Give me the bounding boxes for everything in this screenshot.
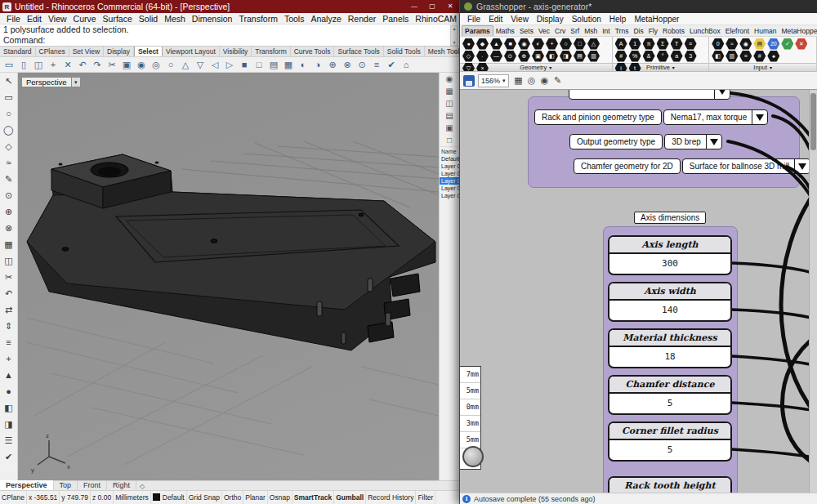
grasshopper-canvas[interactable]: Rack and pinion geometry type Nema17, ma…	[460, 90, 817, 493]
toolbar-icon[interactable]: ⊕	[325, 60, 340, 70]
component-icon[interactable]: %	[629, 51, 641, 62]
viewport-title[interactable]: Perspective	[21, 77, 72, 87]
slider-value[interactable]: 140	[609, 301, 730, 320]
value-list-dropdown[interactable]: Surface for ballnose 3D mill	[682, 158, 810, 174]
menu-item[interactable]: Dimension	[189, 14, 236, 24]
component-icon[interactable]: ◧	[546, 51, 558, 62]
category-tab[interactable]: Int	[600, 26, 612, 36]
maximize-icon[interactable]: ▢	[423, 0, 441, 13]
menu-item[interactable]: Transform	[235, 14, 280, 24]
toolbar-icon[interactable]: ◎	[149, 60, 163, 70]
tool-icon[interactable]: ☰	[5, 432, 13, 448]
component-icon[interactable]: ◐	[532, 38, 544, 50]
slider-value[interactable]: 5	[609, 394, 730, 413]
category-tab[interactable]: Sets	[517, 26, 536, 36]
toolbar-icon[interactable]: ✔	[384, 60, 399, 70]
component-icon[interactable]: ◉	[739, 38, 752, 50]
dropdown-arrow[interactable]	[714, 90, 730, 99]
toolbar-tab[interactable]: Curve Tools	[291, 47, 335, 56]
component-icon[interactable]: —	[490, 51, 502, 62]
category-tab[interactable]: Robots	[660, 26, 687, 36]
layer-row[interactable]: Layer 0	[440, 163, 459, 170]
toolbar-icon[interactable]: ≡	[369, 60, 384, 69]
component-icon[interactable]: T	[671, 38, 683, 50]
toolbar-icon[interactable]: ○	[163, 60, 178, 69]
rhino-titlebar[interactable]: R Untitled - Rhinoceros Commercial (64-b…	[0, 0, 459, 13]
canvas-scrollbar[interactable]	[809, 90, 817, 493]
panel-icon[interactable]: ◉	[440, 73, 459, 85]
menu-item[interactable]: Solid	[136, 14, 161, 24]
tool-icon[interactable]: ▦	[4, 236, 12, 252]
component-icon[interactable]: #	[615, 51, 627, 62]
viewport-title-chip[interactable]: Perspective ▾	[21, 77, 81, 87]
tool-icon[interactable]: ▲	[4, 367, 13, 383]
toolbar-icon[interactable]: ◑	[310, 60, 325, 69]
status-item[interactable]: SmartTrack	[292, 491, 334, 504]
layer-row[interactable]: Layer 0	[440, 185, 459, 192]
menu-item[interactable]: MetaHopper	[630, 15, 683, 24]
zoom-dropdown[interactable]: 156% ▾	[478, 74, 509, 87]
toolbar-icon[interactable]: ✎	[551, 75, 565, 86]
save-icon[interactable]	[463, 75, 475, 87]
category-tab[interactable]: Maths	[493, 26, 517, 36]
toolbar-icon[interactable]: ◎	[525, 75, 538, 86]
toolbar-icon[interactable]: ▷	[222, 60, 237, 70]
group-expand-icon[interactable]: ▾	[672, 65, 675, 70]
category-tab[interactable]: Trns	[613, 26, 632, 36]
component-icon[interactable]: △	[587, 38, 600, 50]
component-icon[interactable]: ⊕	[518, 51, 530, 62]
tool-icon[interactable]: ✂	[5, 269, 12, 285]
component-icon[interactable]: ◧	[712, 51, 724, 62]
dropdown-arrow[interactable]	[706, 135, 721, 149]
toolbar-icon[interactable]: ▦	[281, 60, 296, 70]
component-icon[interactable]: ◉	[518, 38, 530, 50]
category-tab[interactable]: Srf	[568, 26, 582, 36]
menu-item[interactable]: View	[45, 14, 70, 24]
component-icon[interactable]: π	[643, 38, 655, 50]
tool-icon[interactable]: ⇄	[5, 301, 12, 318]
tool-icon[interactable]: ▭	[4, 89, 12, 105]
number-slider[interactable]: Corner fillet radius 5	[608, 421, 732, 462]
tool-icon[interactable]: ◨	[4, 416, 12, 432]
menu-item[interactable]: File	[3, 14, 24, 24]
toolbar-icon[interactable]: ⌂	[399, 60, 413, 69]
tabs-overflow-icon[interactable]: »	[453, 47, 458, 56]
tool-icon[interactable]: ✔	[5, 448, 12, 465]
tool-icon[interactable]: ⊗	[5, 220, 12, 236]
group-title[interactable]: Axis dimensions	[634, 212, 706, 224]
status-item[interactable]: Filter	[416, 491, 435, 504]
viewport-tab[interactable]: Top	[54, 480, 78, 490]
toolbar-icon[interactable]: ▽	[193, 60, 208, 70]
component-icon[interactable]: ●	[462, 38, 475, 50]
category-tab[interactable]: Params	[462, 25, 493, 37]
toolbar-icon[interactable]: ◉	[538, 75, 551, 86]
component-icon[interactable]: 3	[685, 51, 697, 62]
toolbar-icon[interactable]: ◉	[134, 60, 149, 70]
toolbar-icon[interactable]: ⊗	[340, 60, 355, 70]
status-item[interactable]: Planar	[243, 491, 268, 504]
viewport-tab[interactable]: Right	[107, 480, 136, 490]
rhino-command-area[interactable]: 1 polysurface added to selection. Comman…	[0, 25, 459, 47]
slider-grip[interactable]	[462, 446, 484, 467]
number-slider[interactable]: Axis width 140	[608, 282, 732, 322]
toolbar-icon[interactable]: △	[178, 60, 193, 70]
component-icon[interactable]: ▤	[753, 38, 766, 50]
value-list-dropdown[interactable]: Nema17, max torque	[663, 109, 768, 125]
toolbar-icon[interactable]: ✂	[105, 60, 119, 70]
scroll-down-icon[interactable]: ▼	[453, 40, 457, 45]
toolbar-icon[interactable]: ◁	[208, 60, 222, 70]
status-item[interactable]: Ortho	[222, 491, 243, 504]
toolbar-tab[interactable]: Standard	[0, 47, 36, 56]
category-tab[interactable]: Crv	[552, 26, 568, 36]
menu-item[interactable]: Mesh	[161, 14, 189, 24]
slider-value[interactable]: 300	[609, 254, 730, 274]
component-icon[interactable]: ≡	[685, 38, 697, 50]
toolbar-icon[interactable]: □	[252, 60, 266, 69]
toolbar-icon[interactable]: ▯	[16, 60, 31, 70]
component-icon[interactable]: ✕	[795, 38, 807, 50]
panel-icon[interactable]: ◫	[440, 97, 459, 109]
group-label-primitive[interactable]: Primitive ▾	[613, 63, 709, 71]
toolbar-icon[interactable]: ■	[237, 60, 252, 69]
dropdown-arrow[interactable]	[794, 159, 810, 173]
slider-value[interactable]: 18	[609, 347, 730, 367]
